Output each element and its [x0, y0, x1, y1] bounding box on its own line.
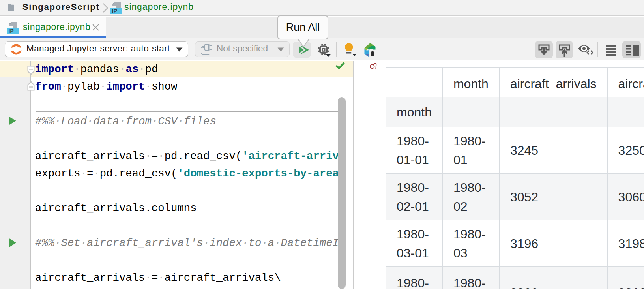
svg-text:IP: IP [112, 8, 117, 14]
svg-text:IP: IP [9, 28, 14, 34]
